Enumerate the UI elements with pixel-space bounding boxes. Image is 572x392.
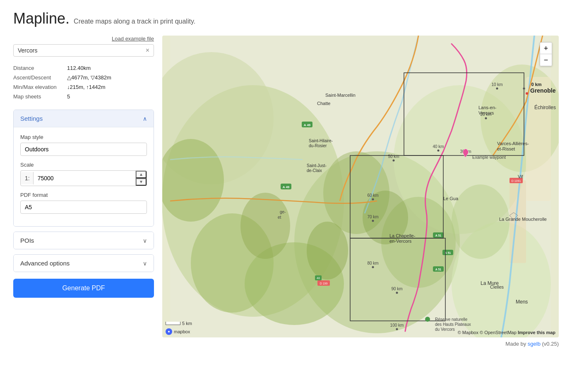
advanced-accordion: Advanced options ∨ xyxy=(13,254,154,272)
load-example-link[interactable]: Load example file xyxy=(13,36,154,42)
footer-author-link[interactable]: sgelb xyxy=(528,341,541,347)
svg-point-11 xyxy=(452,184,510,259)
stats-section: Distance 112.40km Ascent/Descent △4677m,… xyxy=(13,63,154,101)
scalebar: 5 km xyxy=(166,321,192,326)
advanced-label: Advanced options xyxy=(20,260,70,267)
file-clear-button[interactable]: × xyxy=(146,47,149,54)
stat-label-ascent: Ascent/Descent xyxy=(13,74,67,81)
map-style-select[interactable]: Outdoors xyxy=(20,143,147,156)
svg-point-43 xyxy=(437,150,440,152)
scale-spinner-down[interactable]: ▼ xyxy=(136,178,147,186)
stat-label-elevation: Min/Max elevation xyxy=(13,84,67,90)
pois-accordion-header[interactable]: POIs ∨ xyxy=(14,232,154,249)
svg-text:10 km: 10 km xyxy=(491,82,502,87)
svg-text:de-Claix: de-Claix xyxy=(307,168,322,173)
stat-value-elevation: ↓215m, ↑1442m xyxy=(67,84,106,90)
mapbox-logo-circle xyxy=(166,328,172,335)
svg-point-39 xyxy=(523,88,525,90)
svg-point-55 xyxy=(396,292,398,294)
sidebar: Load example file Vercors × Distance 112… xyxy=(13,36,154,337)
app-subtitle: Create maps along a track in print quali… xyxy=(74,18,195,25)
svg-point-49 xyxy=(372,198,374,201)
svg-text:en-Vercors: en-Vercors xyxy=(389,239,412,244)
scale-prefix: 1: xyxy=(21,172,34,184)
stat-label-sheets: Map sheets xyxy=(13,93,67,100)
pois-label: POIs xyxy=(20,237,34,244)
map-container: A 49 A 49 48 A 51 A 51 A 51 D 1091 xyxy=(162,36,559,337)
advanced-accordion-header[interactable]: Advanced options ∨ xyxy=(14,255,154,272)
file-input-row: Vercors × xyxy=(13,44,154,57)
svg-text:des Hauts Plateaux: des Hauts Plateaux xyxy=(435,322,471,327)
svg-rect-16 xyxy=(526,77,551,201)
svg-text:A 51: A 51 xyxy=(435,268,442,271)
svg-text:Saint-Marcellin: Saint-Marcellin xyxy=(325,93,356,98)
svg-text:90 km: 90 km xyxy=(391,287,402,291)
file-section: Load example file Vercors × xyxy=(13,36,154,57)
improve-map-link[interactable]: Improve this map xyxy=(518,330,555,335)
svg-point-64 xyxy=(425,317,430,322)
mapbox-logo-text: mapbox xyxy=(174,329,190,334)
svg-point-45 xyxy=(393,160,395,162)
svg-text:et: et xyxy=(278,215,281,220)
svg-text:Chatte: Chatte xyxy=(317,101,330,106)
scale-row: 1: ▲ ▼ xyxy=(20,170,147,186)
svg-text:Varces-Allières-: Varces-Allières- xyxy=(497,141,529,146)
svg-point-14 xyxy=(307,222,348,280)
settings-label: Settings xyxy=(20,115,43,122)
generate-pdf-button[interactable]: Generate PDF xyxy=(13,279,154,298)
scale-spinner: ▲ ▼ xyxy=(135,171,147,186)
svg-text:La Grande Moucherolle: La Grande Moucherolle xyxy=(499,217,547,222)
svg-text:Vif: Vif xyxy=(518,174,524,179)
zoom-in-button[interactable]: + xyxy=(540,43,552,54)
svg-text:Saint-Just-: Saint-Just- xyxy=(307,163,327,168)
stat-row-sheets: Map sheets 5 xyxy=(13,92,154,101)
settings-accordion: Settings ∧ Map style Outdoors Scale 1: ▲ xyxy=(13,110,154,227)
svg-text:70 km: 70 km xyxy=(367,215,378,219)
scale-input[interactable] xyxy=(34,172,135,184)
svg-point-37 xyxy=(496,88,498,90)
stat-row-ascent: Ascent/Descent △4677m, ▽4382m xyxy=(13,73,154,82)
svg-text:60 km: 60 km xyxy=(367,193,378,198)
svg-text:La Mure: La Mure xyxy=(481,280,499,286)
scalebar-label: 5 km xyxy=(182,321,192,326)
map-style-label: Map style xyxy=(20,134,147,140)
scale-label: Scale xyxy=(20,162,147,168)
svg-text:A 49: A 49 xyxy=(304,123,311,127)
settings-accordion-header[interactable]: Settings ∧ xyxy=(14,110,154,127)
zoom-out-button[interactable]: − xyxy=(540,54,552,66)
svg-point-53 xyxy=(372,266,374,268)
svg-text:50 km: 50 km xyxy=(388,154,399,159)
svg-text:et-Risset: et-Risset xyxy=(497,146,515,151)
svg-text:du Vercors: du Vercors xyxy=(435,327,455,332)
svg-text:D 199: D 199 xyxy=(320,282,328,285)
stat-row-distance: Distance 112.40km xyxy=(13,63,154,73)
map-wrapper[interactable]: A 49 A 49 48 A 51 A 51 A 51 D 1091 xyxy=(162,36,559,337)
map-attribution: © Mapbox © OpenStreetMap Improve this ma… xyxy=(458,330,555,335)
svg-text:Saint-Hilaire-: Saint-Hilaire- xyxy=(309,139,333,143)
svg-text:ge-: ge- xyxy=(280,210,286,214)
svg-text:Grenoble: Grenoble xyxy=(530,87,556,94)
svg-text:Le Gua: Le Gua xyxy=(443,196,459,201)
stat-label-distance: Distance xyxy=(13,65,67,71)
svg-text:Vercors: Vercors xyxy=(478,110,494,115)
mapbox-logo: mapbox xyxy=(166,328,190,335)
svg-text:40 km: 40 km xyxy=(433,144,444,149)
app-title: Mapline. Create maps along a track in pr… xyxy=(13,10,559,27)
footer-version: (v0.25) xyxy=(542,341,559,347)
svg-point-96 xyxy=(168,331,170,332)
svg-text:La Chapelle-: La Chapelle- xyxy=(389,233,416,238)
footer-made-by: Made by xyxy=(505,341,527,347)
pois-accordion: POIs ∨ xyxy=(13,232,154,249)
stat-row-elevation: Min/Max elevation ↓215m, ↑1442m xyxy=(13,82,154,92)
advanced-chevron-icon: ∨ xyxy=(143,260,147,267)
settings-accordion-body: Map style Outdoors Scale 1: ▲ ▼ PDF form… xyxy=(14,127,154,226)
svg-text:Mens: Mens xyxy=(516,299,528,305)
scale-spinner-up[interactable]: ▲ xyxy=(136,171,147,178)
stat-value-ascent: △4677m, ▽4382m xyxy=(67,74,111,81)
svg-point-51 xyxy=(372,220,374,222)
svg-text:A 49: A 49 xyxy=(283,185,290,189)
pdf-format-select[interactable]: A5 xyxy=(20,201,147,214)
app-footer: Made by sgelb (v0.25) xyxy=(13,341,559,347)
svg-text:A 51: A 51 xyxy=(445,251,451,254)
stat-value-distance: 112.40km xyxy=(67,65,91,71)
